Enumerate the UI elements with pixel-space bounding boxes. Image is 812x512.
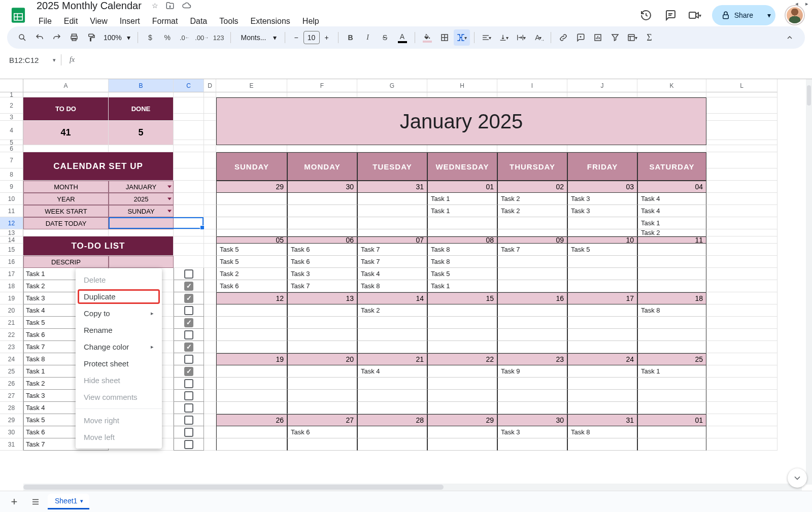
calendar-date[interactable]: 27 [287,414,357,426]
cell[interactable] [204,292,216,304]
menu-edit[interactable]: Edit [59,15,83,28]
cell[interactable] [637,145,706,152]
calendar-cell[interactable] [216,229,287,236]
filter-icon[interactable] [607,29,623,46]
search-menus-icon[interactable] [14,29,30,46]
row-header[interactable]: 21 [0,317,23,329]
calendar-date[interactable]: 07 [357,236,427,244]
calendar-cell[interactable] [637,341,706,353]
calendar-cell[interactable] [567,329,637,341]
column-header[interactable]: B [109,79,174,92]
context-menu-item[interactable]: Change color▸ [76,338,162,355]
calendar-task[interactable]: Task 7 [497,244,567,256]
calendar-task[interactable]: Task 4 [637,205,706,217]
undo-icon[interactable] [31,29,48,46]
row-header[interactable]: 24 [0,353,23,365]
task-checkbox-cell[interactable] [174,268,204,280]
cell[interactable] [706,152,777,168]
calendar-cell[interactable] [637,244,706,256]
cell[interactable] [204,97,216,114]
cell[interactable] [204,378,216,390]
formula-bar[interactable] [83,54,812,66]
cell[interactable] [109,145,174,152]
calendar-cell[interactable] [497,317,567,329]
cell[interactable] [706,193,777,205]
all-sheets-button[interactable] [26,494,45,510]
cell[interactable] [706,97,777,114]
row-header[interactable]: 20 [0,304,23,317]
calendar-cell[interactable] [216,304,287,317]
calendar-cell[interactable] [427,402,497,414]
calendar-date[interactable]: 09 [497,236,567,244]
cell[interactable] [174,236,204,244]
row-header[interactable]: 11 [0,205,23,217]
cell[interactable] [204,317,216,329]
calendar-cell[interactable] [637,426,706,438]
cell[interactable] [204,168,216,181]
scroll-right-icon[interactable]: ▸ [802,0,812,7]
row-header[interactable]: 23 [0,341,23,353]
calendar-date[interactable]: 18 [637,292,706,304]
sheet-tab[interactable]: Sheet1 ▾ [48,494,89,509]
share-button[interactable]: Share [712,5,762,25]
cell[interactable] [204,181,216,193]
calendar-date[interactable]: 29 [427,414,497,426]
fill-color-icon[interactable] [419,29,435,46]
column-header[interactable]: F [287,79,357,92]
calendar-cell[interactable] [427,304,497,317]
calendar-task[interactable]: Task 6 [216,280,287,292]
cell[interactable] [706,217,777,229]
calendar-task[interactable]: Task 1 [427,193,497,205]
task-checkbox-cell[interactable] [174,438,204,451]
cell[interactable] [204,280,216,292]
context-menu-item[interactable]: Duplicate [78,289,160,304]
calendar-date[interactable]: 08 [427,236,497,244]
calendar-cell[interactable] [567,256,637,268]
calendar-task[interactable]: Task 5 [567,244,637,256]
cell[interactable] [204,268,216,280]
column-header[interactable]: J [567,79,637,92]
calendar-cell[interactable] [427,438,497,451]
account-avatar[interactable] [786,6,804,24]
row-header[interactable]: 18 [0,280,23,292]
row-header[interactable]: 19 [0,292,23,304]
currency-icon[interactable]: $ [142,29,158,46]
calendar-task[interactable]: Task 7 [357,256,427,268]
calendar-task[interactable]: Task 3 [567,193,637,205]
task-checkbox-cell[interactable] [174,378,204,390]
comments-icon[interactable] [663,8,678,22]
context-menu-item[interactable]: Protect sheet [76,355,162,372]
task-checkbox-cell[interactable] [174,341,204,353]
italic-icon[interactable]: I [360,29,376,46]
setup-value[interactable] [109,217,174,229]
merge-cells-icon[interactable]: ▾ [454,29,470,46]
calendar-task[interactable]: Task 2 [637,229,706,236]
row-header[interactable]: 28 [0,402,23,414]
sheet-tab-menu-icon[interactable]: ▾ [80,498,83,504]
column-header[interactable]: D [204,79,216,92]
cell[interactable] [204,92,216,97]
zoom-dropdown[interactable]: 100%▾ [100,33,133,42]
task-checkbox-cell[interactable] [174,402,204,414]
text-rotation-icon[interactable]: A→▾ [530,29,547,46]
vertical-align-icon[interactable]: ▾ [496,29,512,46]
vertical-scrollbar[interactable] [806,79,812,485]
calendar-date[interactable]: 30 [287,181,357,193]
calendar-cell[interactable] [497,304,567,317]
calendar-cell[interactable] [497,229,567,236]
menu-insert[interactable]: Insert [115,15,145,28]
calendar-cell[interactable] [637,378,706,390]
cell[interactable] [637,92,706,97]
calendar-task[interactable]: Task 5 [427,268,497,280]
row-header[interactable]: 13 [0,229,23,236]
calendar-cell[interactable] [567,390,637,402]
cell[interactable] [174,140,204,145]
scroll-left-icon[interactable]: ◂ [792,0,802,7]
cell[interactable] [174,193,204,205]
menu-data[interactable]: Data [185,15,212,28]
calendar-task[interactable]: Task 4 [357,365,427,378]
calendar-date[interactable]: 14 [357,292,427,304]
cell[interactable] [357,92,427,97]
calendar-cell[interactable] [567,378,637,390]
calendar-cell[interactable] [637,438,706,451]
